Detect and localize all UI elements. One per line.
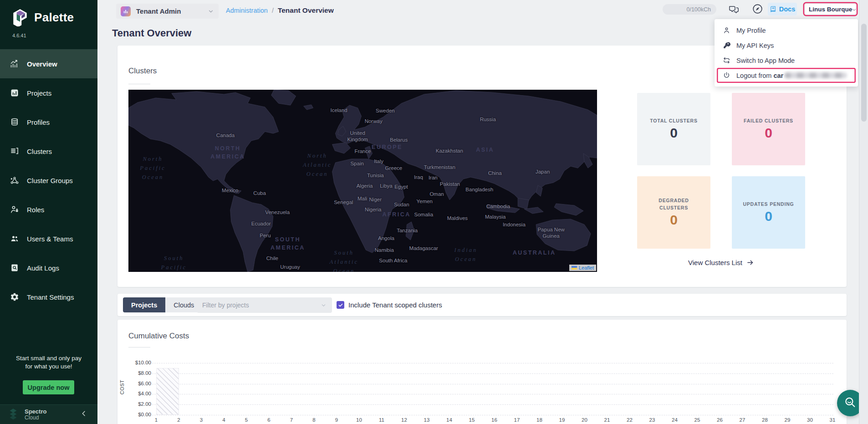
clusters-icon xyxy=(10,147,19,156)
include-tenant-scoped-checkbox[interactable] xyxy=(337,301,344,309)
breadcrumb-separator: / xyxy=(272,7,274,14)
menu-item-my-profile[interactable]: My Profile xyxy=(715,23,858,38)
x-tick-label: 4 xyxy=(218,417,230,423)
x-tick-label: 30 xyxy=(804,417,816,423)
brand-line1: Spectro xyxy=(25,409,46,415)
chevron-down-icon xyxy=(321,302,327,308)
filter-by-projects-select[interactable]: Filter by projects xyxy=(197,297,332,313)
stat-card-updates-pending: UPDATES PENDING0 xyxy=(732,176,805,249)
x-tick-label: 9 xyxy=(331,417,342,423)
menu-item-label: Logout from xyxy=(736,72,771,79)
profiles-icon xyxy=(10,117,19,127)
users-icon xyxy=(10,234,19,243)
sidebar-item-label: Overview xyxy=(27,60,57,68)
sidebar-item-label: Audit Logs xyxy=(27,264,59,272)
sidebar-item-projects[interactable]: Projects xyxy=(0,78,97,107)
sidebar-item-profiles[interactable]: Profiles xyxy=(0,107,97,137)
x-tick-label: 20 xyxy=(579,417,591,423)
chat-icon[interactable] xyxy=(728,4,740,15)
x-tick-label: 1 xyxy=(150,417,162,423)
app-name: Palette xyxy=(34,10,74,25)
projects-icon xyxy=(10,88,19,97)
x-tick-label: 28 xyxy=(759,417,771,423)
x-tick-label: 2 xyxy=(173,417,185,423)
cumulative-costs-chart: COST $10.00$8.00$6.00$4.00$2.00$0.001234… xyxy=(117,320,847,424)
sidebar: Palette 4.6.41 OverviewProjectsProfilesC… xyxy=(0,0,97,424)
scope-selector[interactable]: Tenant Admin xyxy=(116,4,219,19)
x-tick-label: 3 xyxy=(195,417,207,423)
x-tick-label: 29 xyxy=(781,417,793,423)
stat-value: 0 xyxy=(670,212,678,228)
y-tick-label: $0.00 xyxy=(117,412,151,417)
menu-item-label: My API Keys xyxy=(736,42,774,49)
chevron-down-icon xyxy=(208,8,214,15)
menu-item-label: My Profile xyxy=(736,27,766,34)
sidebar-item-tenant-settings[interactable]: Tenant Settings xyxy=(0,282,97,312)
sidebar-item-label: Roles xyxy=(27,206,44,214)
sidebar-item-users-teams[interactable]: Users & Teams xyxy=(0,224,97,253)
switch-icon xyxy=(723,56,730,64)
view-clusters-list-link[interactable]: View Clusters List xyxy=(637,259,805,266)
y-tick-label: $6.00 xyxy=(117,381,151,386)
x-tick-label: 16 xyxy=(489,417,500,423)
sidebar-item-roles[interactable]: Roles xyxy=(0,195,97,224)
spectro-cloud-brand: Spectro Cloud xyxy=(25,409,46,420)
sidebar-item-audit-logs[interactable]: Audit Logs xyxy=(0,253,97,282)
x-tick-label: 11 xyxy=(376,417,388,423)
stat-label: DEGRADED CLUSTERS xyxy=(637,197,710,212)
user-menu-button[interactable]: Linus Bourque xyxy=(804,3,857,15)
x-tick-label: 22 xyxy=(624,417,636,423)
scope-selector-label: Tenant Admin xyxy=(136,7,181,15)
cluster-groups-icon xyxy=(10,176,19,185)
docs-label: Docs xyxy=(779,5,795,13)
stat-value: 0 xyxy=(670,125,678,141)
chart-gridline xyxy=(152,363,833,363)
world-map[interactable]: IcelandSwedenNorwayRussiaCanadaUnitedKin… xyxy=(128,90,597,272)
overview-icon xyxy=(10,59,19,68)
x-tick-label: 15 xyxy=(466,417,478,423)
chart-gridline xyxy=(152,415,833,415)
menu-item-my-api-keys[interactable]: My API Keys xyxy=(715,38,858,53)
stat-value: 0 xyxy=(765,125,772,141)
y-tick-label: $2.00 xyxy=(117,401,151,407)
tab-projects[interactable]: Projects xyxy=(123,297,165,312)
app-version: 4.6.41 xyxy=(12,33,26,38)
menu-item-label: Switch to App Mode xyxy=(736,57,795,64)
x-tick-label: 6 xyxy=(263,417,275,423)
map-basemap xyxy=(128,90,597,272)
x-tick-label: 24 xyxy=(669,417,681,423)
menu-item-switch-to-app-mode[interactable]: Switch to App Mode xyxy=(715,53,858,68)
filter-placeholder: Filter by projects xyxy=(202,301,249,309)
redacted-account-name xyxy=(784,72,847,78)
x-tick-label: 14 xyxy=(444,417,455,423)
sidebar-item-cluster-groups[interactable]: Cluster Groups xyxy=(0,166,97,195)
app-logo: Palette xyxy=(12,8,74,26)
scrollbar-thumb[interactable] xyxy=(861,24,867,122)
leaflet-label[interactable]: Leaflet xyxy=(579,265,594,271)
sidebar-collapse-chevron-icon[interactable] xyxy=(80,410,87,417)
sidebar-item-label: Projects xyxy=(27,89,51,97)
cumulative-costs-card: Cumulative Costs COST $10.00$8.00$6.00$4… xyxy=(117,320,847,424)
sidebar-item-overview[interactable]: Overview xyxy=(0,49,97,78)
docs-button[interactable]: Docs xyxy=(768,3,797,15)
cost-bar xyxy=(156,368,179,415)
user-chevron-down-icon[interactable] xyxy=(851,6,857,12)
map-attribution: Leaflet xyxy=(569,265,596,271)
y-tick-label: $4.00 xyxy=(117,391,151,396)
breadcrumb: Administration / Tenant Overview xyxy=(226,6,334,15)
title-divider xyxy=(128,84,150,84)
help-compass-icon[interactable] xyxy=(752,3,763,15)
sidebar-item-clusters[interactable]: Clusters xyxy=(0,137,97,166)
menu-item-logout-from[interactable]: Logout fromcar xyxy=(717,68,856,83)
breadcrumb-administration[interactable]: Administration xyxy=(226,7,268,14)
roles-icon xyxy=(10,205,19,214)
stat-label: UPDATES PENDING xyxy=(736,201,800,208)
upgrade-now-button[interactable]: Upgrade now xyxy=(23,380,74,394)
arrow-right-icon xyxy=(746,259,754,266)
brand-line2: Cloud xyxy=(25,415,46,421)
x-tick-label: 27 xyxy=(736,417,748,423)
palette-logo-icon xyxy=(12,8,28,26)
settings-icon xyxy=(10,292,19,301)
upgrade-promo: Start small and only pay for what you us… xyxy=(0,354,97,371)
scrollbar-track[interactable] xyxy=(859,0,868,424)
